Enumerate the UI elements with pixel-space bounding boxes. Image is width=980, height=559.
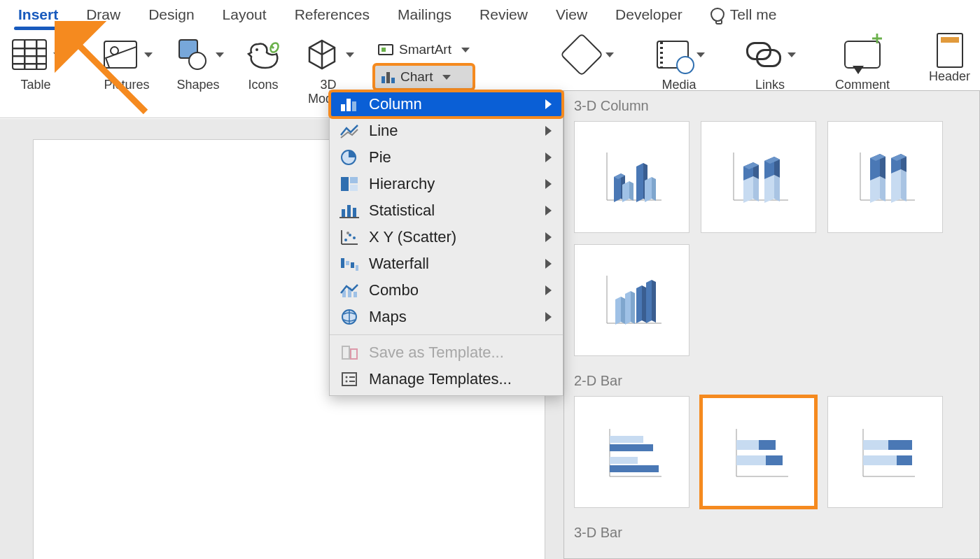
chart-type-waterfall[interactable]: Waterfall — [330, 250, 563, 277]
tab-layout[interactable]: Layout — [209, 1, 281, 30]
smartart-button[interactable]: SmartArt — [374, 39, 474, 60]
chart-icon — [382, 71, 395, 83]
svg-rect-29 — [351, 349, 357, 359]
links-button[interactable]: Links — [744, 35, 796, 92]
svg-rect-90 — [736, 455, 766, 465]
chart-type-column[interactable]: Column — [330, 91, 563, 118]
tab-developer[interactable]: Developer — [601, 1, 696, 30]
svg-marker-53 — [764, 175, 774, 203]
svg-marker-74 — [625, 291, 631, 325]
tab-mailings[interactable]: Mailings — [384, 1, 465, 30]
svg-point-32 — [346, 381, 348, 383]
submenu-arrow-icon — [545, 312, 552, 322]
svg-rect-9 — [350, 185, 358, 191]
submenu-arrow-icon — [545, 285, 552, 295]
svg-rect-7 — [341, 177, 349, 191]
svg-marker-49 — [753, 176, 759, 201]
addins-button[interactable]: Add-ins — [562, 35, 614, 92]
svg-rect-94 — [863, 440, 888, 450]
waterfall-chart-icon — [340, 255, 359, 272]
svg-marker-61 — [880, 176, 886, 201]
svg-point-18 — [353, 236, 356, 239]
tab-view[interactable]: View — [542, 1, 601, 30]
chart-type-maps[interactable]: Maps — [330, 304, 563, 330]
svg-marker-41 — [629, 181, 634, 201]
chart-type-line[interactable]: Line — [330, 118, 563, 144]
chart-type-combo[interactable]: Combo — [330, 277, 563, 304]
svg-rect-3 — [341, 104, 345, 111]
svg-rect-96 — [863, 455, 897, 465]
pictures-button[interactable]: Pictures — [101, 35, 153, 92]
tab-insert[interactable]: Insert — [4, 1, 72, 30]
chart-type-pie[interactable]: Pie — [330, 144, 563, 171]
manage-templates-label: Manage Templates... — [369, 370, 512, 388]
table-button[interactable]: Table — [10, 35, 62, 92]
svg-rect-30 — [342, 373, 356, 385]
chart-type-hierarchy[interactable]: Hierarchy — [330, 171, 563, 197]
svg-marker-73 — [621, 297, 625, 324]
tab-design[interactable]: Design — [134, 1, 208, 30]
comment-button[interactable]: Comment — [835, 35, 890, 92]
svg-point-16 — [344, 239, 347, 241]
thumb-3d-100-stacked-column[interactable] — [827, 121, 943, 233]
thumb-2d-clustered-bar[interactable] — [574, 396, 690, 508]
svg-rect-84 — [610, 457, 638, 464]
svg-marker-40 — [622, 181, 629, 202]
chart-type-menu: Column Line Pie Hierarchy Statistical X … — [329, 90, 564, 396]
svg-rect-26 — [354, 292, 357, 297]
tab-references[interactable]: References — [281, 1, 384, 30]
svg-marker-78 — [646, 280, 652, 323]
column-chart-icon — [340, 96, 359, 113]
svg-marker-54 — [774, 175, 780, 201]
svg-marker-42 — [636, 163, 643, 202]
media-button[interactable]: Media — [653, 35, 705, 92]
tab-draw[interactable]: Draw — [72, 1, 134, 30]
svg-marker-76 — [636, 285, 642, 323]
thumb-3d-stacked-column[interactable] — [701, 121, 816, 233]
shapes-label: Shapes — [176, 78, 219, 92]
svg-rect-97 — [897, 455, 912, 465]
chart-label: Chart — [400, 69, 433, 85]
svg-marker-77 — [642, 285, 646, 323]
chart-gallery: 3-D Column — [564, 90, 980, 559]
chart-type-waterfall-label: Waterfall — [369, 255, 429, 273]
svg-rect-10 — [342, 209, 345, 218]
header-button[interactable]: Header — [929, 35, 970, 84]
thumb-2d-stacked-bar[interactable] — [701, 396, 816, 508]
tell-me-label: Tell me — [730, 6, 777, 22]
pie-chart-icon — [340, 149, 359, 166]
chart-type-scatter[interactable]: X Y (Scatter) — [330, 224, 563, 250]
chart-type-combo-label: Combo — [369, 281, 419, 299]
chevron-down-icon — [606, 52, 614, 57]
thumb-2d-100-stacked-bar[interactable] — [827, 396, 943, 508]
icons-button[interactable]: Icons — [244, 35, 283, 92]
tab-review[interactable]: Review — [465, 1, 542, 30]
icons-icon — [246, 38, 281, 71]
chart-type-column-label: Column — [369, 95, 422, 113]
chevron-down-icon — [346, 52, 354, 57]
shapes-button[interactable]: Shapes — [172, 35, 224, 92]
tab-tell-me[interactable]: Tell me — [696, 1, 791, 30]
manage-templates[interactable]: Manage Templates... — [330, 366, 563, 392]
svg-marker-44 — [645, 177, 652, 202]
svg-point-0 — [255, 48, 258, 51]
save-template-icon — [340, 344, 359, 361]
svg-rect-82 — [610, 436, 643, 443]
svg-point-19 — [346, 232, 349, 234]
svg-point-17 — [349, 234, 351, 236]
svg-marker-45 — [652, 177, 656, 201]
header-icon — [937, 33, 963, 68]
chart-button[interactable]: Chart — [374, 64, 474, 90]
chart-type-statistical[interactable]: Statistical — [330, 197, 563, 224]
thumb-3d-clustered-column[interactable] — [574, 121, 690, 233]
svg-rect-91 — [766, 455, 783, 465]
svg-marker-60 — [870, 176, 880, 203]
gallery-section-2d-bar: 2-D Bar — [564, 366, 979, 393]
chart-type-hierarchy-label: Hierarchy — [369, 175, 435, 193]
thumb-3d-column[interactable] — [574, 244, 690, 356]
svg-rect-23 — [356, 265, 358, 271]
chevron-down-icon — [461, 48, 470, 52]
chevron-down-icon — [144, 52, 153, 57]
svg-rect-4 — [346, 99, 351, 111]
smartart-label: SmartArt — [399, 42, 451, 57]
